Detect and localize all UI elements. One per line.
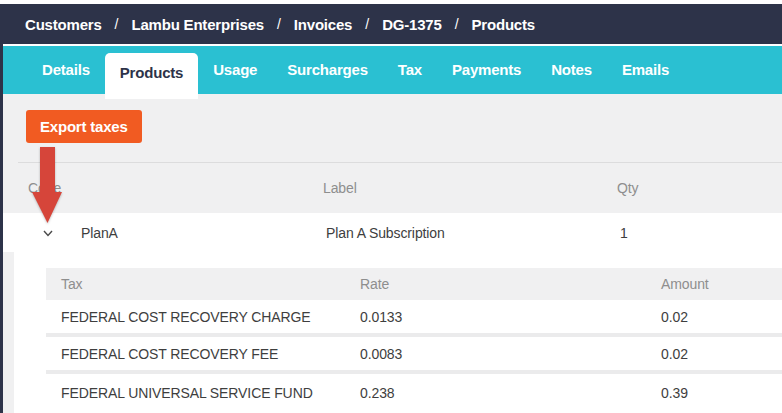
breadcrumb-separator: /	[115, 16, 119, 32]
tab-tax[interactable]: Tax	[383, 46, 437, 94]
tax-name-cell: FEDERAL UNIVERSAL SERVICE FUND	[61, 385, 360, 401]
tab-notes[interactable]: Notes	[536, 46, 607, 94]
table-row-product[interactable]: PlanA Plan A Subscription 1	[3, 213, 782, 252]
tax-table: Tax Rate Amount FEDERAL COST RECOVERY CH…	[46, 268, 782, 413]
tax-rate-cell: 0.0133	[360, 309, 661, 325]
tab-emails[interactable]: Emails	[607, 46, 684, 94]
column-header-code: Code	[28, 180, 323, 196]
breadcrumb-item-invoices[interactable]: Invoices	[294, 16, 352, 33]
breadcrumb-item-customer-name[interactable]: Lambu Enterprises	[131, 16, 263, 33]
column-header-qty: Qty	[617, 180, 782, 196]
tab-payments[interactable]: Payments	[437, 46, 536, 94]
tab-products[interactable]: Products	[105, 53, 198, 99]
column-header-tax: Tax	[61, 276, 360, 292]
tax-name-cell: FEDERAL COST RECOVERY CHARGE	[61, 309, 360, 325]
expanded-product-panel: Tax Rate Amount FEDERAL COST RECOVERY CH…	[14, 252, 782, 413]
invoice-products-page: Customers / Lambu Enterprises / Invoices…	[0, 0, 782, 413]
table-row-tax: FEDERAL COST RECOVERY FEE 0.0083 0.02	[46, 337, 782, 374]
column-header-rate: Rate	[360, 276, 661, 292]
product-code-cell: PlanA	[81, 225, 326, 241]
tab-details[interactable]: Details	[27, 46, 105, 94]
tax-rate-cell: 0.238	[360, 385, 661, 401]
chevron-down-icon[interactable]	[41, 226, 55, 240]
products-tab-content: Export taxes Code Label Qty PlanA Plan A…	[3, 94, 782, 413]
column-header-amount: Amount	[661, 276, 782, 292]
tax-rate-cell: 0.0083	[360, 346, 661, 362]
breadcrumb-separator: /	[455, 16, 459, 32]
table-row-tax: FEDERAL UNIVERSAL SERVICE FUND 0.238 0.3…	[46, 374, 782, 411]
breadcrumb-separator: /	[365, 16, 369, 32]
invoice-tab-bar: Details Products Usage Surcharges Tax Pa…	[3, 46, 782, 94]
product-label-cell: Plan A Subscription	[326, 225, 620, 241]
tax-amount-cell: 0.02	[661, 346, 782, 362]
product-qty-cell: 1	[620, 225, 782, 241]
left-edge-strip	[0, 4, 3, 413]
breadcrumb-item-invoice-number[interactable]: DG-1375	[382, 16, 441, 33]
tax-amount-cell: 0.39	[661, 385, 782, 401]
breadcrumb-item-customers[interactable]: Customers	[25, 16, 102, 33]
table-row-tax: FEDERAL COST RECOVERY CHARGE 0.0133 0.02	[46, 300, 782, 337]
tab-usage[interactable]: Usage	[198, 46, 272, 94]
breadcrumb-separator: /	[277, 16, 281, 32]
products-table-header: Code Label Qty	[3, 163, 782, 213]
export-taxes-button[interactable]: Export taxes	[26, 110, 142, 143]
tab-surcharges[interactable]: Surcharges	[272, 46, 383, 94]
tax-table-header: Tax Rate Amount	[46, 268, 782, 300]
column-header-label: Label	[323, 180, 617, 196]
breadcrumb-item-products[interactable]: Products	[472, 16, 535, 33]
breadcrumb: Customers / Lambu Enterprises / Invoices…	[0, 4, 782, 44]
tax-amount-cell: 0.02	[661, 309, 782, 325]
tax-name-cell: FEDERAL COST RECOVERY FEE	[61, 346, 360, 362]
